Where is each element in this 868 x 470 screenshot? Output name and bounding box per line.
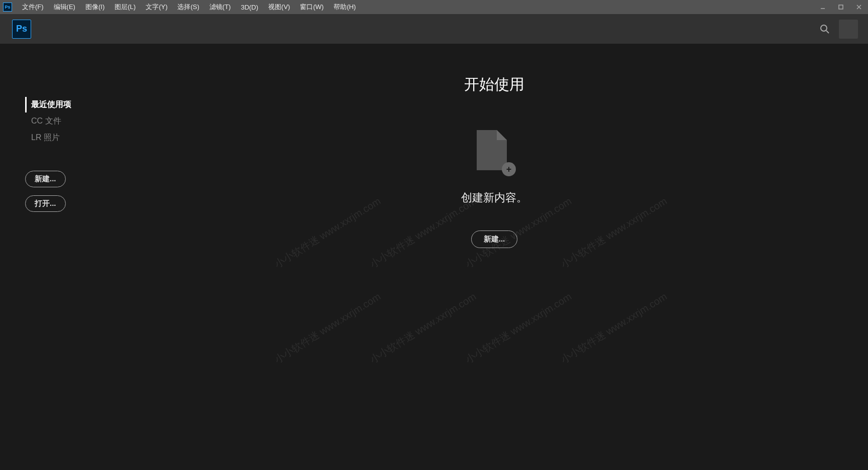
toolbar: Ps xyxy=(0,14,868,44)
create-new-text: 创建新内容。 xyxy=(461,190,527,205)
sidebar-buttons: 新建... 打开... xyxy=(25,171,121,212)
ps-app-icon-small: Ps xyxy=(3,3,12,12)
minimize-icon xyxy=(820,4,826,10)
sidebar-open-button[interactable]: 打开... xyxy=(25,195,66,212)
menu-image[interactable]: 图像(I) xyxy=(80,0,110,14)
main-content: 开始使用 + 创建新内容。 新建... xyxy=(121,44,868,470)
toolbar-right xyxy=(819,20,858,39)
main-new-button[interactable]: 新建... xyxy=(471,230,518,248)
svg-point-4 xyxy=(821,25,827,31)
minimize-button[interactable] xyxy=(814,0,832,14)
sidebar-nav: 最近使用项 CC 文件 LR 照片 xyxy=(25,97,121,146)
menu-filter[interactable]: 滤镜(T) xyxy=(204,0,236,14)
menu-layer[interactable]: 图层(L) xyxy=(110,0,141,14)
menu-select[interactable]: 选择(S) xyxy=(172,0,204,14)
close-icon xyxy=(856,4,862,10)
file-icon xyxy=(477,130,507,170)
menu-edit[interactable]: 编辑(E) xyxy=(49,0,80,14)
sidebar: 最近使用项 CC 文件 LR 照片 新建... 打开... xyxy=(0,44,121,470)
maximize-button[interactable] xyxy=(832,0,850,14)
menu-file[interactable]: 文件(F) xyxy=(17,0,49,14)
sidebar-new-button[interactable]: 新建... xyxy=(25,171,66,187)
menu-view[interactable]: 视图(V) xyxy=(263,0,295,14)
close-button[interactable] xyxy=(850,0,868,14)
search-button[interactable] xyxy=(819,23,831,35)
ps-app-icon-large: Ps xyxy=(12,20,31,39)
window-controls xyxy=(814,0,868,14)
menu-3d[interactable]: 3D(D) xyxy=(236,0,263,14)
nav-lr-photos[interactable]: LR 照片 xyxy=(25,130,121,146)
menubar: Ps 文件(F) 编辑(E) 图像(I) 图层(L) 文字(Y) 选择(S) 滤… xyxy=(0,0,868,14)
svg-line-5 xyxy=(826,31,829,33)
menu-help[interactable]: 帮助(H) xyxy=(329,0,361,14)
search-icon xyxy=(819,24,830,35)
nav-recent[interactable]: 最近使用项 xyxy=(25,97,121,112)
menu-window[interactable]: 窗口(W) xyxy=(295,0,329,14)
plus-icon: + xyxy=(502,162,516,176)
maximize-icon xyxy=(838,4,844,10)
new-file-graphic: + xyxy=(477,130,512,175)
nav-cc-files[interactable]: CC 文件 xyxy=(25,113,121,129)
start-title: 开始使用 xyxy=(464,74,524,95)
content-area: 最近使用项 CC 文件 LR 照片 新建... 打开... 开始使用 + 创建新… xyxy=(0,44,868,470)
menu-type[interactable]: 文字(Y) xyxy=(141,0,172,14)
account-placeholder[interactable] xyxy=(839,20,858,39)
svg-rect-1 xyxy=(839,5,843,9)
